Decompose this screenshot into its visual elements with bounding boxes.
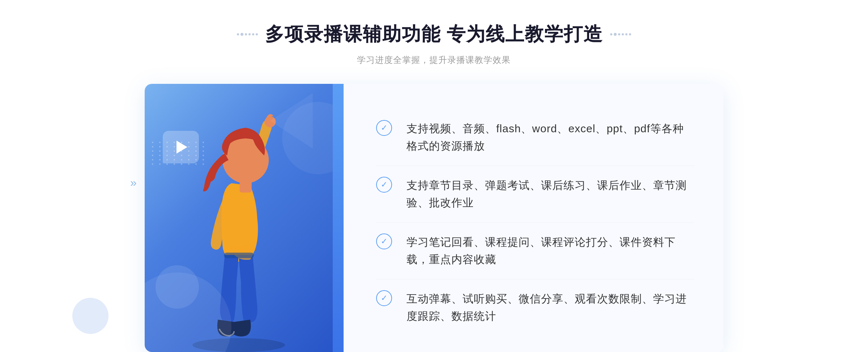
check-icon-2: ✓ (381, 181, 387, 189)
main-title: 多项录播课辅助功能 专为线上教学打造 (265, 22, 603, 47)
deco-arrow-left: » (130, 176, 137, 189)
header-section: 多项录播课辅助功能 专为线上教学打造 学习进度全掌握，提升录播课教学效果 (237, 22, 631, 66)
play-bubble (163, 131, 199, 163)
page-container: » 多项录播课辅助功能 专为线上教学打造 学习进度全掌握，提升录播课教学效果 (0, 0, 868, 352)
title-deco-right (610, 33, 631, 36)
check-icon-3: ✓ (381, 237, 387, 245)
feature-item-1: ✓ 支持视频、音频、flash、word、excel、ppt、pdf等各种格式的… (376, 109, 694, 166)
feature-text-2: 支持章节目录、弹题考试、课后练习、课后作业、章节测验、批改作业 (407, 177, 694, 211)
title-deco-left (237, 33, 258, 36)
subtitle: 学习进度全掌握，提升录播课教学效果 (237, 54, 631, 66)
check-icon-1: ✓ (381, 124, 387, 132)
deco-circle (72, 298, 109, 334)
title-row: 多项录播课辅助功能 专为线上教学打造 (237, 22, 631, 47)
svg-rect-3 (224, 253, 254, 258)
check-icon-4: ✓ (381, 294, 387, 302)
check-circle-3: ✓ (376, 233, 392, 249)
check-circle-4: ✓ (376, 290, 392, 306)
feature-item-2: ✓ 支持章节目录、弹题考试、课后练习、课后作业、章节测验、批改作业 (376, 166, 694, 223)
feature-text-1: 支持视频、音频、flash、word、excel、ppt、pdf等各种格式的资源… (407, 120, 694, 155)
content-card: ✓ 支持视频、音频、flash、word、excel、ppt、pdf等各种格式的… (145, 84, 723, 352)
ill-circle-3 (156, 265, 199, 309)
feature-item-4: ✓ 互动弹幕、试听购买、微信分享、观看次数限制、学习进度跟踪、数据统计 (376, 279, 694, 336)
check-circle-1: ✓ (376, 120, 392, 136)
svg-rect-2 (240, 181, 252, 193)
feature-text-3: 学习笔记回看、课程提问、课程评论打分、课件资料下载，重点内容收藏 (407, 233, 694, 268)
check-circle-2: ✓ (376, 177, 392, 193)
feature-item-3: ✓ 学习笔记回看、课程提问、课程评论打分、课件资料下载，重点内容收藏 (376, 223, 694, 279)
illustration-panel (145, 84, 333, 352)
features-panel: ✓ 支持视频、音频、flash、word、excel、ppt、pdf等各种格式的… (344, 84, 723, 352)
play-icon (176, 141, 187, 154)
feature-text-4: 互动弹幕、试听购买、微信分享、观看次数限制、学习进度跟踪、数据统计 (407, 290, 694, 325)
blue-connector (333, 84, 344, 352)
